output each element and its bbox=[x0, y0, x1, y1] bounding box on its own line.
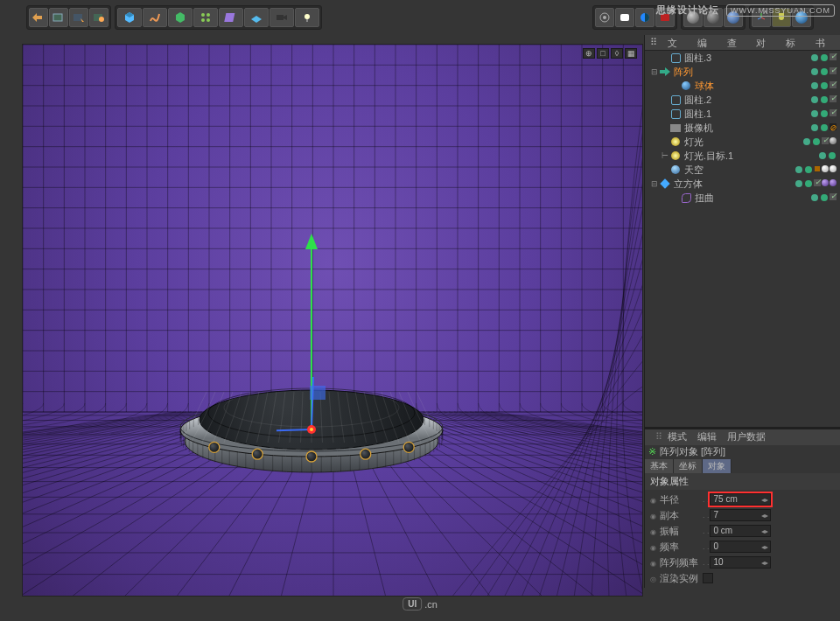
tree-item[interactable]: 圆柱.3 bbox=[645, 51, 840, 65]
subtab-object[interactable]: 对象 bbox=[703, 459, 732, 473]
attr-label: 半径 bbox=[650, 493, 703, 506]
light-icon bbox=[669, 150, 682, 162]
vp-ctrl-2[interactable]: □ bbox=[597, 48, 609, 59]
shading-toggle[interactable] bbox=[635, 8, 654, 27]
vp-ctrl-1[interactable]: ⊕ bbox=[583, 48, 595, 59]
axis-gizmo[interactable] bbox=[276, 228, 382, 473]
tree-tags bbox=[810, 193, 836, 202]
svg-rect-11 bbox=[306, 19, 308, 22]
object-manager-tabs: ⠿ 文件 编辑 查看 对象 标签 书签 bbox=[645, 35, 840, 51]
camera-tool[interactable] bbox=[270, 8, 294, 27]
render-view[interactable] bbox=[595, 8, 614, 27]
tree-item[interactable]: ⊟立方体 bbox=[645, 177, 840, 191]
attribute-manager-tabs: ⠿ 模式 编辑 用户数据 bbox=[645, 429, 840, 445]
attr-value[interactable]: 0◂▸ bbox=[710, 541, 771, 553]
tree-label: 圆柱.3 bbox=[684, 52, 810, 65]
tree-label: 立方体 bbox=[674, 178, 794, 191]
om-tab-menu[interactable]: ⠿ bbox=[645, 35, 662, 50]
tree-item[interactable]: ⊟阵列 bbox=[645, 65, 840, 79]
svg-point-4 bbox=[99, 17, 104, 22]
tree-item[interactable]: 扭曲 bbox=[645, 191, 840, 205]
tree-tags bbox=[802, 137, 836, 146]
tree-label: 扭曲 bbox=[695, 192, 810, 205]
svg-rect-14 bbox=[620, 14, 629, 21]
tree-item[interactable]: 摄像机⊘ bbox=[645, 121, 840, 135]
array-tool[interactable] bbox=[193, 8, 218, 27]
tree-item[interactable]: 圆柱.2 bbox=[645, 93, 840, 107]
attr-tab-mode[interactable]: 模式 bbox=[662, 429, 692, 445]
tree-item[interactable]: ⊢灯光.目标.1 bbox=[645, 149, 840, 163]
svg-point-7 bbox=[201, 18, 205, 22]
render-active[interactable] bbox=[615, 8, 634, 27]
attr-menu-icon[interactable]: ⠿ bbox=[650, 429, 662, 444]
tree-item[interactable]: 圆柱.1 bbox=[645, 107, 840, 121]
tree-tags: ⊘ bbox=[810, 123, 836, 132]
attr-value[interactable]: 75 cm◂▸ bbox=[710, 493, 771, 506]
attr-row: 半径 . . 75 cm◂▸ bbox=[645, 492, 840, 507]
render-settings-button[interactable] bbox=[89, 8, 108, 27]
spline-tool[interactable] bbox=[143, 8, 167, 27]
vp-ctrl-3[interactable]: ◊ bbox=[611, 48, 623, 59]
om-tab-view[interactable]: 查看 bbox=[722, 35, 752, 50]
tree-label: 圆柱.2 bbox=[684, 94, 810, 107]
om-tab-file[interactable]: 文件 bbox=[662, 35, 692, 50]
attr-value[interactable]: 0 cm◂▸ bbox=[710, 525, 771, 537]
om-tab-bookmarks[interactable]: 书签 bbox=[810, 35, 840, 50]
attr-section-title: 对象属性 bbox=[645, 473, 840, 490]
tree-item[interactable]: 天空 bbox=[645, 163, 840, 177]
attribute-subtabs: 基本 坐标 对象 bbox=[645, 459, 840, 473]
vp-ctrl-4[interactable]: ▦ bbox=[625, 48, 637, 59]
cyl-icon bbox=[669, 94, 682, 106]
light-icon bbox=[669, 136, 682, 148]
attr-value[interactable]: 7◂▸ bbox=[710, 509, 771, 521]
object-tree[interactable]: 圆柱.3⊟阵列球体圆柱.2圆柱.1摄像机⊘灯光⊢灯光.目标.1天空⊟立方体扭曲 bbox=[645, 51, 840, 427]
svg-rect-0 bbox=[53, 14, 62, 21]
bend-icon bbox=[680, 192, 692, 204]
tree-label: 灯光.目标.1 bbox=[684, 150, 818, 163]
subtab-coord[interactable]: 坐标 bbox=[674, 459, 703, 473]
footer: UI .cn bbox=[402, 597, 438, 611]
attr-title-text: 阵列对象 [阵列] bbox=[660, 445, 725, 458]
floor-tool[interactable] bbox=[244, 8, 269, 27]
tree-tags bbox=[810, 81, 836, 90]
cube-primitive[interactable] bbox=[117, 8, 142, 27]
render-button[interactable] bbox=[49, 8, 68, 27]
deformer-tool[interactable] bbox=[219, 8, 243, 27]
om-tab-tags[interactable]: 标签 bbox=[780, 35, 810, 50]
watermark-text: 思缘设计论坛 bbox=[656, 3, 719, 17]
attribute-title: ※ 阵列对象 [阵列] bbox=[645, 445, 840, 459]
om-tab-edit[interactable]: 编辑 bbox=[692, 35, 722, 50]
tree-tags bbox=[810, 67, 836, 76]
cam-icon bbox=[669, 122, 682, 134]
svg-rect-2 bbox=[74, 14, 82, 21]
attr-value[interactable]: 10◂▸ bbox=[710, 556, 771, 569]
cube-icon bbox=[659, 178, 671, 190]
attr-row-checkbox: 渲染实例 bbox=[645, 570, 840, 586]
tree-tags bbox=[818, 151, 836, 160]
attr-label: 频率 bbox=[650, 541, 703, 554]
svg-rect-9 bbox=[276, 15, 284, 20]
right-panel: ⠿ 文件 编辑 查看 对象 标签 书签 圆柱.3⊟阵列球体圆柱.2圆柱.1摄像机… bbox=[644, 35, 840, 588]
checkbox[interactable] bbox=[703, 573, 713, 583]
tree-item[interactable]: 球体 bbox=[645, 79, 840, 93]
subtab-basic[interactable]: 基本 bbox=[645, 459, 674, 473]
tree-tags bbox=[810, 53, 836, 62]
nurbs-tool[interactable] bbox=[168, 8, 192, 27]
render-region-button[interactable] bbox=[69, 8, 88, 27]
viewport[interactable]: ⊕ □ ◊ ▦ bbox=[22, 44, 643, 597]
attr-label: 振幅 bbox=[650, 525, 703, 538]
attr-label: 渲染实例 bbox=[650, 572, 703, 585]
undo-button[interactable] bbox=[29, 8, 48, 27]
attr-label: 副本 bbox=[650, 509, 703, 522]
footer-badge: UI bbox=[402, 597, 422, 611]
svg-point-13 bbox=[603, 16, 606, 19]
attr-tab-userdata[interactable]: 用户数据 bbox=[722, 429, 771, 445]
light-tool[interactable] bbox=[295, 8, 319, 27]
viewport-controls: ⊕ □ ◊ ▦ bbox=[583, 48, 637, 59]
om-tab-object[interactable]: 对象 bbox=[751, 35, 780, 50]
attr-row: 阵列频率 . . 10◂▸ bbox=[645, 555, 840, 570]
tree-item[interactable]: 灯光 bbox=[645, 135, 840, 149]
attr-label: 阵列频率 bbox=[650, 556, 703, 569]
attr-tab-edit[interactable]: 编辑 bbox=[692, 429, 722, 445]
tree-label: 天空 bbox=[684, 164, 794, 177]
